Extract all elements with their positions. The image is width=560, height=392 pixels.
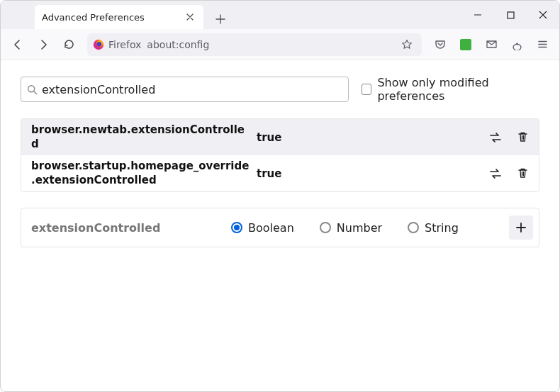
forward-button[interactable] <box>32 33 55 56</box>
search-input[interactable] <box>42 83 342 96</box>
reload-button[interactable] <box>57 33 80 56</box>
about-config-content: Show only modified preferences browser.n… <box>1 60 559 391</box>
toggle-button[interactable] <box>485 163 506 184</box>
browser-tab[interactable]: Advanced Preferences <box>35 5 203 29</box>
show-modified-label: Show only modified preferences <box>377 76 539 103</box>
delete-button[interactable] <box>512 163 533 184</box>
app-menu-button[interactable] <box>531 33 554 56</box>
window-minimize-button[interactable] <box>461 1 494 29</box>
checkbox-icon[interactable] <box>362 84 371 95</box>
toggle-button[interactable] <box>485 127 506 148</box>
radio-label: String <box>425 221 459 235</box>
radio-number[interactable]: Number <box>320 221 382 235</box>
radio-label: Number <box>337 221 382 235</box>
radio-icon <box>408 222 419 233</box>
show-modified-checkbox[interactable]: Show only modified preferences <box>362 76 539 103</box>
nav-toolbar: Firefox about:config <box>1 29 559 60</box>
titlebar: Advanced Preferences <box>1 1 559 29</box>
tab-title: Advanced Preferences <box>42 12 184 23</box>
type-radio-group: Boolean Number String <box>231 221 503 235</box>
identity-box[interactable]: Firefox <box>93 39 141 50</box>
extension-icon[interactable] <box>454 33 477 56</box>
pref-name: browser.newtab.extensionControlled <box>31 123 251 151</box>
back-button[interactable] <box>6 33 29 56</box>
delete-button[interactable] <box>512 127 533 148</box>
new-tab-button[interactable] <box>211 9 230 29</box>
radio-icon <box>231 222 242 233</box>
pref-value: true <box>257 131 479 144</box>
pocket-icon[interactable] <box>429 33 452 56</box>
identity-label: Firefox <box>108 39 141 50</box>
radio-label: Boolean <box>248 221 294 235</box>
svg-point-3 <box>516 43 518 45</box>
search-box[interactable] <box>21 77 349 102</box>
svg-rect-0 <box>508 12 514 18</box>
svg-point-4 <box>28 85 35 91</box>
pref-row: browser.newtab.extensionControlled true <box>21 119 539 155</box>
account-icon[interactable] <box>505 33 528 56</box>
new-pref-name: extensionControlled <box>31 221 225 235</box>
window-close-button[interactable] <box>527 1 559 29</box>
window-maximize-button[interactable] <box>494 1 527 29</box>
radio-boolean[interactable]: Boolean <box>231 221 294 235</box>
preferences-list: browser.newtab.extensionControlled true … <box>21 118 539 192</box>
close-tab-button[interactable] <box>184 11 196 23</box>
radio-string[interactable]: String <box>408 221 459 235</box>
bookmark-star-icon[interactable] <box>398 35 416 54</box>
pref-row: browser.startup.homepage_override.extens… <box>21 155 539 191</box>
radio-icon <box>320 222 331 233</box>
svg-point-2 <box>97 42 101 46</box>
pref-value: true <box>257 167 479 180</box>
pref-name: browser.startup.homepage_override.extens… <box>31 159 251 187</box>
firefox-logo-icon <box>93 39 104 50</box>
new-pref-row: extensionControlled Boolean Number Strin… <box>21 208 539 247</box>
inbox-icon[interactable] <box>480 33 503 56</box>
url-text: about:config <box>147 39 209 50</box>
url-bar[interactable]: Firefox about:config <box>87 33 422 56</box>
search-icon <box>27 84 38 95</box>
add-pref-button[interactable] <box>509 215 533 240</box>
